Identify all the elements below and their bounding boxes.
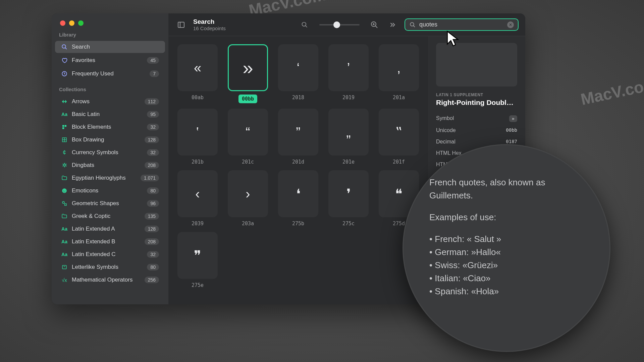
sidebar-item-collection[interactable]: ¢Currency Symbols32 [55, 146, 165, 159]
detail-label: HTML Hex [436, 150, 462, 156]
sidebar-item-collection[interactable]: AaLatin Extended B208 [55, 236, 165, 248]
sidebar-item-favorites[interactable]: Favorites 45 [55, 54, 165, 66]
example-item: Swiss: «Grüezi» [429, 259, 584, 272]
example-item: Spanish: «Hola» [429, 285, 584, 298]
glyph-cell: ‛201b [175, 109, 220, 165]
sidebar-item-label: Latin Extended C [72, 251, 115, 258]
svg-rect-4 [62, 127, 64, 129]
sidebar-item-collection[interactable]: AaLatin Extended C32 [55, 248, 165, 260]
svg-point-9 [62, 201, 64, 203]
glyph-box[interactable]: ‘ [278, 44, 318, 91]
sidebar-item-collection[interactable]: Box Drawing128 [55, 134, 165, 146]
glyph-box[interactable]: „ [328, 109, 369, 156]
count-badge: 208 [145, 238, 159, 245]
collections-list: Arrows112AaBasic Latin95Block Elements32… [52, 95, 168, 304]
glyph-box[interactable]: » [228, 44, 268, 91]
glyph-box[interactable]: “ [228, 109, 268, 156]
glyph-cell: ❜275c [326, 170, 371, 227]
glyph-box[interactable]: ” [278, 109, 318, 156]
maximize-button[interactable] [78, 20, 84, 26]
glyph-box[interactable]: › [228, 170, 268, 217]
sidebar-item-collection[interactable]: Emoticons80 [55, 185, 165, 197]
sidebar-item-collection[interactable]: √xMathematical Operators256 [55, 274, 165, 286]
sidebar-item-collection[interactable]: ✲Dingbats208 [55, 159, 165, 171]
close-button[interactable] [60, 20, 65, 26]
shapes-icon [61, 200, 68, 207]
glyph-code: 2019 [342, 95, 355, 101]
detail-value: 00bb [506, 127, 517, 133]
sidebar-item-collection[interactable]: Letterlike Symbols80 [55, 261, 165, 273]
sidebar-item-collection[interactable]: AaBasic Latin95 [55, 108, 165, 120]
glyph-box[interactable]: « [177, 44, 218, 91]
count-badge: 7 [150, 70, 159, 77]
glyph-cell: “201c [225, 109, 270, 165]
minimize-button[interactable] [69, 20, 74, 26]
magnifier-overlay: French quotes, also known as Guillemets.… [402, 144, 610, 352]
detail-label: Unicode [436, 127, 456, 133]
page-subtitle: 16 Codepoints [193, 25, 226, 31]
glyph-box[interactable]: ‹ [177, 170, 218, 217]
sidebar-item-search[interactable]: Search [55, 41, 165, 53]
zoom-slider[interactable] [319, 24, 360, 25]
count-badge: 80 [147, 264, 159, 270]
glyph-box[interactable]: ❞ [177, 232, 218, 279]
example-item: German: »Hallo« [429, 246, 584, 259]
count-badge: 80 [147, 187, 159, 194]
count-badge: 32 [147, 124, 159, 130]
heart-icon [61, 57, 68, 64]
glyph-code: 00ab [192, 95, 204, 101]
sidebar-item-collection[interactable]: Egyptian Hieroglyphs1.071 [55, 172, 165, 184]
example-item: Italian: «Ciao» [429, 272, 584, 285]
glyph-box[interactable]: ❜ [328, 170, 369, 217]
svg-point-7 [63, 190, 64, 191]
search-box[interactable]: ✕ [405, 18, 519, 31]
slider-thumb[interactable] [333, 21, 340, 28]
glyph-cell: ’2019 [326, 44, 371, 103]
zoom-out-icon[interactable] [299, 19, 311, 31]
glyph-cell: ❞275e [175, 232, 220, 288]
sidebar-item-collection[interactable]: Geometric Shapes96 [55, 197, 165, 209]
glyph-box[interactable]: ‟ [379, 109, 419, 156]
clear-button[interactable]: ✕ [507, 21, 514, 28]
search-input[interactable] [419, 21, 504, 28]
glyph-box[interactable]: ’ [328, 44, 369, 91]
sidebar-item-label: Dingbats [72, 162, 94, 169]
sidebar-item-label: Frequently Used [72, 70, 114, 77]
letter-icon [61, 264, 68, 270]
folder-icon [61, 175, 68, 181]
glyph-box[interactable]: ❛ [278, 170, 318, 217]
zoom-in-icon[interactable] [368, 19, 380, 31]
example-item: French: « Salut » [429, 233, 584, 246]
glyph-cell: «00ab [175, 44, 220, 103]
box-icon [61, 136, 68, 143]
detail-title: Right-Pointing Double A… [436, 99, 517, 107]
count-badge: 95 [147, 111, 159, 118]
sidebar-item-label: Mathematical Operators [72, 277, 132, 283]
glyph-box[interactable]: ‛ [177, 109, 218, 156]
sidebar-toggle-button[interactable] [175, 19, 187, 31]
sidebar-item-label: Basic Latin [72, 111, 100, 118]
sidebar-item-label: Geometric Shapes [72, 200, 119, 207]
sidebar-item-frequent[interactable]: Frequently Used 7 [55, 68, 165, 80]
page-title: Search [193, 18, 226, 25]
detail-category: LATIN 1 SUPPLEMENT [436, 93, 517, 97]
currency-icon: ¢ [61, 149, 68, 156]
sidebar-item-collection[interactable]: Block Elements32 [55, 121, 165, 133]
sidebar-item-label: Arrows [72, 98, 90, 105]
svg-rect-3 [65, 125, 66, 127]
library-header: Library [52, 26, 168, 40]
glyph-cell: ‹2039 [175, 170, 220, 227]
glyph-box[interactable]: ‚ [379, 44, 419, 91]
svg-rect-2 [62, 125, 64, 127]
sidebar-item-collection[interactable]: AaLatin Extended A128 [55, 223, 165, 235]
aa-icon: Aa [61, 111, 68, 118]
svg-point-0 [62, 45, 66, 48]
sidebar-item-collection[interactable]: Greek & Coptic135 [55, 210, 165, 222]
glyph-code: 275b [292, 221, 304, 227]
more-icon[interactable] [386, 19, 398, 31]
sidebar-item-label: Currency Symbols [72, 149, 118, 156]
count-badge: 128 [145, 136, 159, 143]
folder-icon [61, 213, 68, 220]
sidebar-item-collection[interactable]: Arrows112 [55, 96, 165, 108]
sidebar-item-label: Egyptian Hieroglyphs [72, 175, 126, 181]
